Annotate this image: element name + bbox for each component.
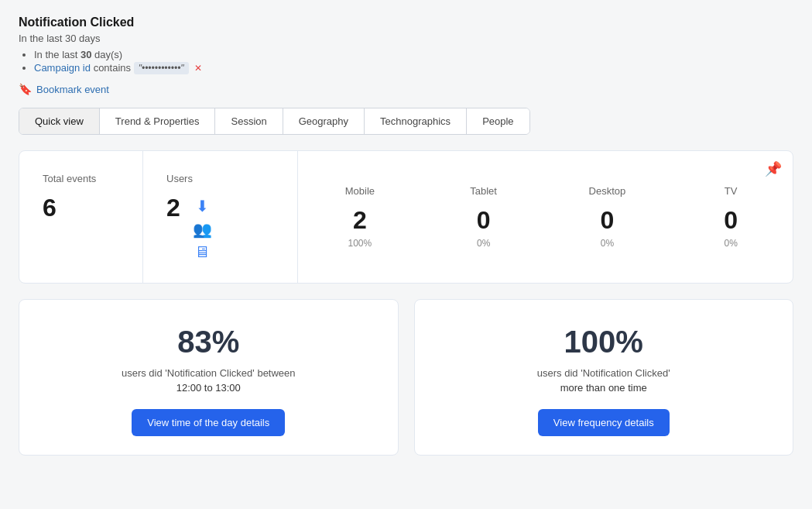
event-time-range: In the last 30 days [19, 33, 793, 44]
freq-desc: users did 'Notification Clicked' [537, 367, 670, 379]
device-mobile: Mobile 2 100% [298, 170, 422, 264]
tabs-bar: Quick view Trend & Properties Session Ge… [19, 108, 530, 135]
tab-session[interactable]: Session [215, 108, 283, 134]
tab-people[interactable]: People [467, 108, 529, 134]
bookmark-button[interactable]: 🔖 Bookmark event [19, 83, 109, 95]
freq-percent: 100% [564, 325, 643, 359]
campaign-link[interactable]: Campaign id [34, 62, 91, 74]
desktop-percent: 0% [553, 238, 662, 249]
filter-campaign: Campaign id contains "••••••••••••" ✕ [34, 62, 793, 74]
filter-list: In the last 30 day(s) Campaign id contai… [19, 49, 793, 74]
download-icon: ⬇ [196, 197, 209, 215]
bookmark-icon: 🔖 [19, 83, 32, 95]
tablet-percent: 0% [430, 238, 538, 249]
total-events-block: Total events 6 [19, 151, 143, 283]
users-inner: 2 ⬇ 👥 🖥 [166, 194, 212, 261]
tv-percent: 0% [677, 238, 785, 249]
users-value: 2 [166, 194, 180, 222]
users-group-icon: 👥 [193, 220, 212, 239]
device-tv: TV 0 0% [669, 170, 793, 264]
mobile-value: 2 [306, 206, 414, 235]
mobile-label: Mobile [306, 185, 414, 197]
filter-operator: contains [94, 62, 134, 74]
device-desktop: Desktop 0 0% [546, 170, 670, 264]
device-icon: 🖥 [194, 243, 210, 261]
tab-technographics[interactable]: Technographics [365, 108, 467, 134]
frequency-card: 100% users did 'Notification Clicked' mo… [414, 299, 794, 456]
filter-value: "••••••••••••" [134, 62, 189, 74]
filter-days: In the last 30 day(s) [34, 49, 793, 60]
time-of-day-card: 83% users did 'Notification Clicked' bet… [19, 299, 399, 456]
users-block: Users 2 ⬇ 👥 🖥 [143, 151, 298, 283]
tab-geography[interactable]: Geography [283, 108, 365, 134]
total-events-label: Total events [43, 173, 119, 184]
users-num-area: 2 [166, 194, 180, 222]
desktop-value: 0 [553, 206, 662, 235]
desktop-label: Desktop [553, 185, 662, 197]
total-events-value: 6 [43, 194, 119, 222]
stats-card: 📌 Total events 6 Users 2 ⬇ 👥 🖥 [19, 150, 793, 284]
filter-days-bold: 30 [81, 49, 91, 60]
tab-quick-view[interactable]: Quick view [19, 108, 100, 134]
users-icons: ⬇ 👥 🖥 [193, 197, 212, 261]
bottom-cards: 83% users did 'Notification Clicked' bet… [19, 299, 793, 456]
event-title: Notification Clicked [19, 15, 793, 29]
time-desc: users did 'Notification Clicked' between [122, 367, 296, 379]
tv-label: TV [677, 185, 785, 197]
view-time-details-button[interactable]: View time of the day details [132, 409, 285, 436]
time-detail: 12:00 to 13:00 [176, 382, 241, 394]
remove-filter-icon[interactable]: ✕ [194, 63, 202, 74]
device-tablet: Tablet 0 0% [422, 170, 546, 264]
pin-icon[interactable]: 📌 [765, 160, 782, 177]
time-percent: 83% [177, 325, 239, 359]
users-label: Users [166, 173, 193, 184]
tab-trend-properties[interactable]: Trend & Properties [100, 108, 216, 134]
event-header: Notification Clicked In the last 30 days… [19, 15, 793, 95]
bookmark-label: Bookmark event [36, 84, 109, 95]
view-frequency-button[interactable]: View frequency details [538, 409, 670, 436]
tv-value: 0 [677, 206, 785, 235]
device-stats: Mobile 2 100% Tablet 0 0% Desktop 0 0% T… [298, 151, 793, 283]
freq-detail: more than one time [560, 382, 647, 394]
mobile-percent: 100% [306, 238, 414, 249]
tablet-value: 0 [430, 206, 538, 235]
tablet-label: Tablet [430, 185, 538, 197]
